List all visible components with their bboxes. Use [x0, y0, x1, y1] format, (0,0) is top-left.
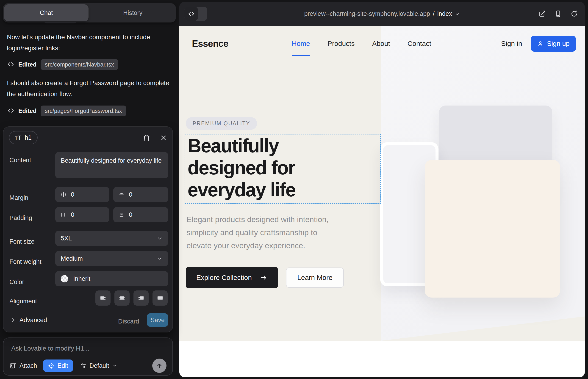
preview-browser: preview--charming-site-symphony.lovable.… [179, 2, 585, 377]
align-right-button[interactable] [134, 290, 149, 306]
content-input[interactable]: Beautifully designed for everyday life [55, 152, 168, 178]
chat-composer[interactable]: Ask Lovable to modify H1... Attach Edit … [3, 337, 173, 376]
edited-file-row: Edited src/components/Navbar.tsx [7, 59, 118, 70]
refresh-button[interactable] [570, 10, 578, 18]
file-chip[interactable]: src/pages/ForgotPassword.tsx [41, 106, 126, 116]
attach-image-icon [9, 362, 16, 369]
chevron-down-icon [157, 255, 163, 262]
content-label: Content [9, 157, 31, 164]
chevron-down-icon [112, 363, 118, 368]
external-link-icon [539, 10, 546, 17]
discard-button[interactable]: Discard [118, 318, 139, 325]
edited-label: Edited [18, 107, 36, 114]
site-navbar: Essence Home Products About Contact Sign… [179, 32, 585, 56]
font-weight-label: Font weight [9, 258, 42, 266]
url-domain: preview--charming-site-symphony.lovable.… [304, 10, 430, 17]
arrow-right-icon [260, 274, 267, 281]
color-swatch-transparent [61, 275, 68, 283]
align-center-icon [119, 295, 125, 301]
save-button[interactable]: Save [147, 313, 168, 327]
font-size-label: Font size [9, 238, 35, 245]
file-chip[interactable]: src/components/Navbar.tsx [41, 59, 118, 70]
hero-heading[interactable]: Beautifully designed for everyday life [187, 135, 295, 201]
nav-link-contact[interactable]: Contact [407, 40, 431, 47]
smartphone-icon [555, 10, 562, 17]
code-icon [7, 61, 14, 69]
align-left-button[interactable] [95, 290, 110, 306]
align-justify-icon [157, 295, 164, 301]
padding-label: Padding [9, 215, 32, 222]
learn-more-button[interactable]: Learn More [286, 268, 344, 288]
edited-label: Edited [18, 61, 36, 68]
model-default-selector[interactable]: Default [80, 362, 118, 369]
margin-label: Margin [9, 194, 29, 201]
nav-link-home[interactable]: Home [292, 40, 310, 47]
selected-element-badge: тT h1 [9, 131, 38, 144]
browser-actions [538, 2, 578, 26]
delete-element-button[interactable] [141, 133, 152, 143]
user-icon [537, 40, 543, 47]
padding-x-input[interactable]: 0 [55, 207, 109, 222]
tab-history[interactable]: History [90, 3, 176, 22]
padding-horizontal-icon [60, 211, 67, 218]
chevron-right-icon [10, 317, 16, 323]
element-editor-panel: тT h1 Content Beautifully designed for e… [3, 126, 173, 332]
hero-card-beige [425, 160, 560, 298]
advanced-toggle[interactable]: Advanced [10, 316, 47, 324]
composer-toolbar: Attach Edit Default [9, 360, 167, 372]
url-separator: / [433, 10, 434, 17]
align-right-icon [138, 295, 144, 301]
element-tag: h1 [25, 134, 32, 141]
chat-message: I should also create a Forgot Password p… [7, 78, 170, 100]
chevron-down-icon [455, 12, 460, 17]
selection-outline: Beautifully designed for everyday life [185, 134, 381, 204]
nav-link-products[interactable]: Products [327, 40, 355, 47]
nav-links: Home Products About Contact [292, 40, 431, 47]
site-page: Essence Home Products About Contact Sign… [179, 26, 585, 377]
margin-horizontal-icon [60, 191, 67, 198]
explore-collection-button[interactable]: Explore Collection [186, 267, 278, 288]
alignment-label: Alignment [9, 298, 37, 305]
color-select[interactable]: Inherit [55, 271, 168, 286]
padding-y-input[interactable]: 0 [113, 207, 168, 222]
hero-badge: PREMIUM QUALITY [186, 117, 257, 130]
margin-y-input[interactable]: 0 [113, 187, 168, 202]
sliders-icon [80, 363, 86, 369]
alignment-group [95, 290, 168, 306]
align-center-button[interactable] [114, 290, 130, 306]
open-external-button[interactable] [538, 10, 546, 18]
sidebar: Chat History Now let's update the Navbar… [0, 0, 179, 379]
close-icon[interactable] [158, 133, 169, 143]
chevron-down-icon [157, 235, 163, 241]
nav-link-about[interactable]: About [372, 40, 390, 47]
edit-mode-button[interactable]: Edit [43, 360, 73, 372]
chat-message: Now let's update the Navbar component to… [7, 32, 170, 54]
align-justify-button[interactable] [153, 290, 168, 306]
code-icon [7, 107, 14, 115]
arrow-up-icon [156, 362, 163, 369]
edited-file-row: Edited src/pages/ForgotPassword.tsx [7, 106, 126, 116]
tab-chat[interactable]: Chat [4, 4, 89, 21]
hero-diagonal-wedge [381, 313, 585, 341]
app-window: Chat History Now let's update the Navbar… [0, 0, 588, 379]
crosshair-icon [48, 363, 55, 369]
send-button[interactable] [152, 359, 167, 373]
mobile-view-button[interactable] [554, 10, 562, 18]
site-logo[interactable]: Essence [192, 39, 228, 49]
color-label: Color [9, 279, 24, 286]
composer-input[interactable]: Ask Lovable to modify H1... [11, 345, 90, 352]
margin-vertical-icon [118, 191, 125, 198]
align-left-icon [100, 295, 107, 301]
url-bar[interactable]: preview--charming-site-symphony.lovable.… [179, 2, 585, 26]
url-page[interactable]: index [437, 10, 452, 17]
font-weight-select[interactable]: Medium [55, 251, 168, 266]
chat-history-tabbar: Chat History [3, 3, 176, 22]
attach-button[interactable]: Attach [9, 362, 37, 369]
font-size-select[interactable]: 5XL [55, 231, 168, 246]
refresh-icon [571, 10, 578, 17]
hero-paragraph: Elegant products designed with intention… [186, 213, 329, 252]
margin-x-input[interactable]: 0 [55, 187, 109, 202]
sign-up-button[interactable]: Sign up [531, 36, 576, 52]
sign-in-link[interactable]: Sign in [501, 40, 522, 47]
padding-vertical-icon [118, 211, 125, 218]
